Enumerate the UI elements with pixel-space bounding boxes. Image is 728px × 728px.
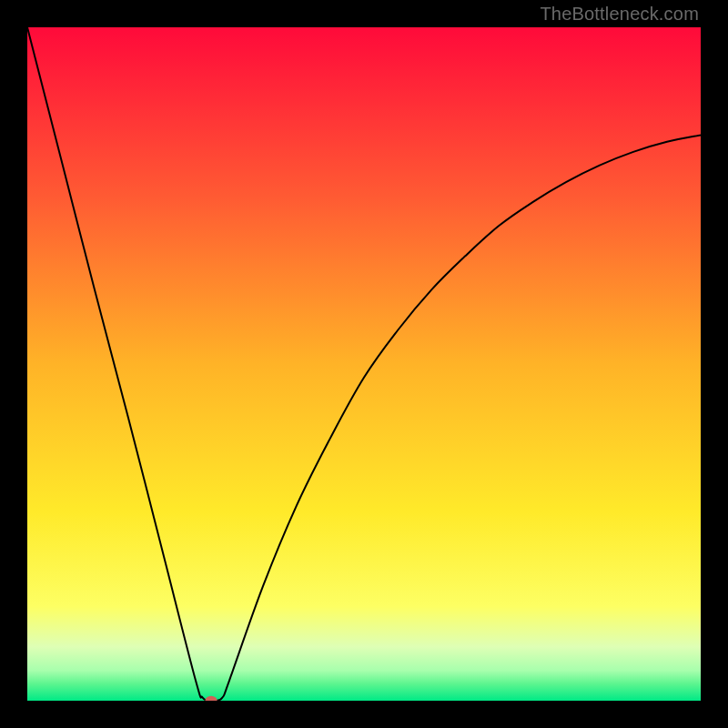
minimum-marker xyxy=(205,696,217,701)
plot-area xyxy=(27,27,701,701)
bottleneck-curve xyxy=(27,27,701,701)
watermark-text: TheBottleneck.com xyxy=(540,4,699,25)
chart-curve-layer xyxy=(27,27,701,701)
chart-frame: TheBottleneck.com xyxy=(0,0,728,728)
